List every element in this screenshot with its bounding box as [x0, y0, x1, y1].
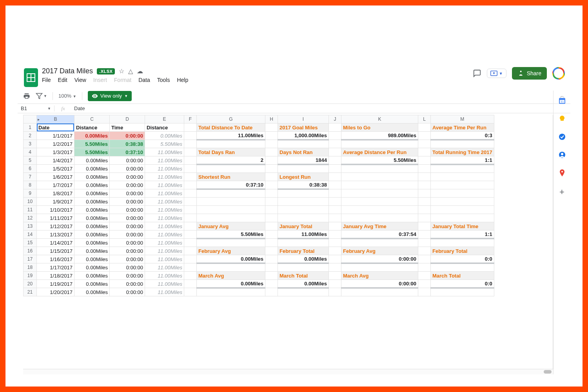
cell-D11[interactable]: 0:00:00	[110, 206, 145, 214]
cell-E2[interactable]: 0.00Miles	[145, 132, 184, 140]
cell-F18[interactable]	[184, 263, 197, 272]
cell-B10[interactable]: 1/9/2017	[37, 198, 74, 206]
cell-G19[interactable]: March Avg	[197, 272, 265, 280]
cell-I20[interactable]: 0.00Miles	[278, 280, 329, 288]
cell-B2[interactable]: 1/1/2017	[37, 132, 74, 140]
present-button[interactable]: ▼	[487, 69, 506, 78]
cell-J18[interactable]	[329, 263, 341, 272]
cell-I14[interactable]: 11.00Miles	[278, 230, 329, 239]
cell-K16[interactable]: February Avg	[341, 247, 418, 255]
col-header-I[interactable]: I	[278, 115, 329, 123]
cell-H9[interactable]	[265, 189, 278, 198]
cell-L14[interactable]	[418, 230, 431, 239]
cell-F5[interactable]	[184, 156, 197, 165]
cell-D6[interactable]: 0:00:00	[110, 165, 145, 173]
col-header-J[interactable]: J	[329, 115, 341, 123]
cell-B11[interactable]: 1/10/2017	[37, 206, 74, 214]
cell-C7[interactable]: 0.00Miles	[74, 173, 110, 181]
menu-insert[interactable]: Insert	[93, 77, 107, 83]
cell-G7[interactable]: Shortest Run	[197, 173, 265, 181]
col-header-L[interactable]: L	[418, 115, 431, 123]
cell-K20[interactable]: 0:00:00	[341, 280, 418, 288]
cell-L7[interactable]	[418, 173, 431, 181]
comment-history-icon[interactable]	[473, 69, 481, 78]
cell-L16[interactable]	[418, 247, 431, 255]
cell-E7[interactable]: 11.00Miles	[145, 173, 184, 181]
cell-D10[interactable]: 0:00:00	[110, 198, 145, 206]
cell-G2[interactable]: 11.00Miles	[197, 132, 265, 140]
cell-G4[interactable]: Total Days Ran	[197, 148, 265, 156]
cell-C13[interactable]: 0.00Miles	[74, 222, 110, 230]
cell-C2[interactable]: 0.00Miles	[74, 132, 110, 140]
cell-M9[interactable]	[431, 189, 494, 198]
cell-J19[interactable]	[329, 272, 341, 280]
cell-F2[interactable]	[184, 132, 197, 140]
spreadsheet-grid[interactable]: ▸BCDEFGHIJKLM1DateDistanceTimeDistanceTo…	[23, 115, 553, 374]
cell-D21[interactable]: 0:00:00	[110, 288, 145, 296]
row-header-10[interactable]: 10	[24, 198, 37, 206]
cell-M10[interactable]	[431, 198, 494, 206]
cell-E4[interactable]: 11.00Miles	[145, 148, 184, 156]
cell-I16[interactable]: February Total	[278, 247, 329, 255]
cell-F13[interactable]	[184, 222, 197, 230]
row-header-6[interactable]: 6	[24, 165, 37, 173]
cell-K6[interactable]	[341, 165, 418, 173]
cell-B19[interactable]: 1/18/2017	[37, 272, 74, 280]
cell-E20[interactable]: 11.00Miles	[145, 280, 184, 288]
cell-C20[interactable]: 0.00Miles	[74, 280, 110, 288]
cell-D17[interactable]: 0:00:00	[110, 255, 145, 263]
row-header-7[interactable]: 7	[24, 173, 37, 181]
cell-I6[interactable]	[278, 165, 329, 173]
header-distance[interactable]: Distance	[145, 123, 184, 132]
cell-D9[interactable]: 0:00:00	[110, 189, 145, 198]
cell-I5[interactable]: 1844	[278, 156, 329, 165]
cell-D8[interactable]: 0:00:00	[110, 181, 145, 189]
cell-K15[interactable]	[341, 239, 418, 247]
header-date[interactable]: Date	[37, 123, 74, 132]
menu-view[interactable]: View	[74, 77, 86, 83]
cell-M17[interactable]: 0:0	[431, 255, 494, 263]
cell-H1[interactable]	[265, 123, 278, 132]
cell-M11[interactable]	[431, 206, 494, 214]
cell-C15[interactable]: 0.00Miles	[74, 239, 110, 247]
cell-L21[interactable]	[418, 288, 431, 296]
cell-G11[interactable]	[197, 206, 265, 214]
cell-K12[interactable]	[341, 214, 418, 222]
cell-G1[interactable]: Total Distance To Date	[197, 123, 265, 132]
cell-H2[interactable]	[265, 132, 278, 140]
share-button[interactable]: Share	[512, 67, 547, 80]
cell-I15[interactable]	[278, 239, 329, 247]
cell-B17[interactable]: 1/16/2017	[37, 255, 74, 263]
col-header-F[interactable]: F	[184, 115, 197, 123]
cell-C9[interactable]: 0.00Miles	[74, 189, 110, 198]
cell-H4[interactable]	[265, 148, 278, 156]
cell-J4[interactable]	[329, 148, 341, 156]
cell-E9[interactable]: 11.00Miles	[145, 189, 184, 198]
cell-B8[interactable]: 1/7/2017	[37, 181, 74, 189]
cell-E19[interactable]: 11.00Miles	[145, 272, 184, 280]
cell-E12[interactable]: 11.00Miles	[145, 214, 184, 222]
cell-L13[interactable]	[418, 222, 431, 230]
menu-file[interactable]: File	[42, 77, 51, 83]
cell-H21[interactable]	[265, 288, 278, 296]
cell-K18[interactable]	[341, 263, 418, 272]
cell-M4[interactable]: Total Running Time 2017	[431, 148, 494, 156]
cell-E6[interactable]: 11.00Miles	[145, 165, 184, 173]
cell-F16[interactable]	[184, 247, 197, 255]
cell-F21[interactable]	[184, 288, 197, 296]
row-header-12[interactable]: 12	[24, 214, 37, 222]
cell-J6[interactable]	[329, 165, 341, 173]
cell-L17[interactable]	[418, 255, 431, 263]
cell-F7[interactable]	[184, 173, 197, 181]
cell-B9[interactable]: 1/8/2017	[37, 189, 74, 198]
cell-G16[interactable]: February Avg	[197, 247, 265, 255]
cell-C4[interactable]: 5.50Miles	[74, 148, 110, 156]
filter-icon[interactable]: ▼	[36, 93, 47, 100]
cell-F12[interactable]	[184, 214, 197, 222]
cell-E16[interactable]: 11.00Miles	[145, 247, 184, 255]
sheets-app-icon[interactable]	[23, 67, 39, 88]
cell-D15[interactable]: 0:00:00	[110, 239, 145, 247]
row-header-14[interactable]: 14	[24, 230, 37, 239]
cell-E3[interactable]: 5.50Miles	[145, 140, 184, 148]
cell-E8[interactable]: 11.00Miles	[145, 181, 184, 189]
